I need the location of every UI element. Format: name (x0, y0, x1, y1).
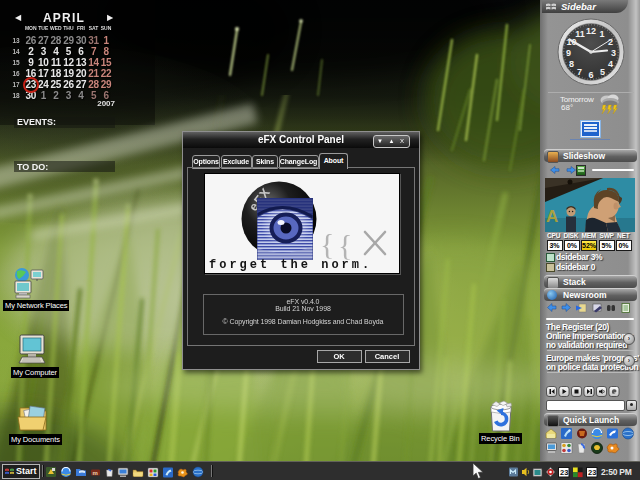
svg-text:4: 4 (608, 59, 613, 69)
svg-text:23: 23 (588, 468, 596, 477)
svg-text:A: A (546, 207, 558, 226)
svg-text:12: 12 (586, 26, 596, 36)
svg-text:5: 5 (600, 67, 605, 77)
svg-text:forget the norm.: forget the norm. (209, 258, 372, 272)
svg-text:m: m (93, 470, 98, 476)
svg-text:9: 9 (566, 48, 571, 58)
svg-text:11: 11 (575, 29, 585, 39)
svg-text:6: 6 (588, 70, 593, 80)
svg-text:1: 1 (599, 29, 604, 39)
svg-text:3: 3 (611, 48, 616, 58)
svg-text:{: { (338, 228, 352, 261)
svg-text:{: { (320, 227, 334, 260)
svg-text:8: 8 (569, 59, 574, 69)
svg-text:7: 7 (577, 67, 582, 77)
svg-text:23: 23 (560, 468, 568, 477)
